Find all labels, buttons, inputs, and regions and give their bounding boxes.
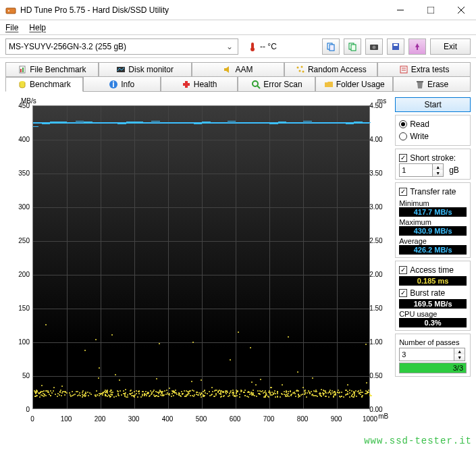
app-icon (5, 5, 16, 16)
y-left-tick: 400 (5, 136, 30, 143)
burst-rate-checkbox[interactable]: ✓ (399, 289, 407, 297)
svg-line-34 (257, 86, 260, 88)
svg-point-21 (296, 67, 298, 69)
tab-file-benchmark[interactable]: File Benchmark (5, 62, 99, 77)
health-icon (182, 80, 191, 89)
short-stroke-checkbox[interactable]: ✓ (399, 154, 407, 162)
maximum-value: 430.9 MB/s (399, 226, 467, 236)
copy-screenshot-button[interactable] (344, 38, 361, 55)
y-left-tick: 200 (5, 271, 30, 278)
burst-rate-value: 169.5 MB/s (399, 299, 467, 309)
svg-point-22 (300, 66, 302, 68)
y-left-tick: 350 (5, 169, 30, 177)
x-tick: 1000 (363, 415, 377, 423)
window-title: HD Tune Pro 5.75 - Hard Disk/SSD Utility (20, 5, 385, 15)
toolbar: MS-YSUYV-256GN-3.2 (255 gB) ⌄ -- °C Exit (0, 35, 476, 58)
menu-help[interactable]: Help (29, 23, 46, 32)
average-value: 426.2 MB/s (399, 245, 467, 255)
x-tick: 800 (297, 415, 309, 423)
y-right-tick: 3.00 (369, 203, 390, 211)
chevron-down-icon: ⌄ (224, 42, 235, 51)
tab-folder-usage[interactable]: Folder Usage (315, 77, 393, 92)
minimum-value: 417.7 MB/s (399, 207, 467, 217)
tab-info[interactable]: iInfo (83, 77, 161, 92)
read-radio[interactable] (399, 120, 407, 128)
y-right-tick: 3.50 (369, 169, 390, 177)
chart-container: MB/s ms mB 0501001502002503003504004500.… (5, 97, 390, 428)
device-select[interactable]: MS-YSUYV-256GN-3.2 (255 gB) ⌄ (5, 38, 238, 55)
copy-info-button[interactable] (322, 38, 340, 55)
tabs-row-bottom: Benchmark iInfo Health Error Scan Folder… (5, 77, 471, 92)
svg-rect-16 (417, 47, 418, 50)
benchmark-icon (18, 80, 27, 89)
y-right-tick: 4.00 (369, 136, 390, 143)
menu-file[interactable]: File (5, 23, 18, 32)
y-right-tick: 0.50 (369, 372, 390, 379)
svg-point-1 (8, 10, 9, 11)
x-tick: 600 (230, 415, 241, 423)
close-button[interactable] (446, 0, 476, 20)
y-right-tick: 4.50 (369, 102, 390, 109)
tab-error-scan[interactable]: Error Scan (238, 77, 315, 92)
options-button[interactable] (408, 38, 426, 55)
short-stroke-input[interactable] (399, 163, 433, 177)
svg-point-13 (373, 45, 376, 49)
svg-text:i: i (113, 80, 115, 89)
minimum-label: Minimum (399, 199, 467, 207)
y-right-tick: 1.50 (369, 305, 390, 312)
random-access-icon (296, 65, 305, 74)
watermark: www.ssd-tester.it (364, 435, 472, 446)
x-tick: 400 (162, 415, 174, 423)
title-bar: HD Tune Pro 5.75 - Hard Disk/SSD Utility (0, 0, 476, 20)
tab-random-access[interactable]: Random Access (284, 62, 377, 77)
main-area: MB/s ms mB 0501001502002503003504004500.… (0, 92, 476, 433)
tabs-container: File Benchmark Disk monitor AAM Random A… (0, 58, 476, 92)
error-scan-icon (251, 80, 261, 89)
passes-spinner[interactable]: ▲▼ (399, 348, 467, 361)
screenshot-button[interactable] (365, 38, 383, 55)
svg-point-7 (250, 47, 255, 51)
svg-rect-35 (417, 81, 423, 82)
access-burst-group: ✓Access time 0.185 ms ✓Burst rate 169.5 … (395, 261, 471, 331)
tab-health[interactable]: Health (161, 77, 238, 92)
x-tick: 0 (30, 415, 34, 423)
trash-icon (415, 80, 425, 89)
cpu-usage-value: 0.3% (399, 318, 467, 327)
rw-group: Read Write (395, 115, 471, 146)
svg-rect-11 (351, 45, 356, 51)
x-axis-unit: mB (378, 413, 388, 420)
maximize-button[interactable] (415, 0, 446, 20)
menu-bar: File Help (0, 20, 476, 35)
short-stroke-label: Short stroke: (410, 153, 456, 163)
start-button[interactable]: Start (395, 97, 471, 112)
folder-icon (324, 80, 334, 89)
transfer-rate-checkbox[interactable]: ✓ (399, 188, 407, 196)
save-button[interactable] (387, 38, 404, 55)
tab-disk-monitor[interactable]: Disk monitor (99, 62, 192, 77)
passes-label: Number of passes (399, 338, 467, 346)
temperature-display: -- °C (248, 42, 277, 51)
tab-erase[interactable]: Erase (393, 77, 471, 92)
y-left-tick: 0 (5, 406, 30, 413)
tab-aam[interactable]: AAM (192, 62, 285, 77)
tab-extra-tests[interactable]: Extra tests (377, 62, 471, 77)
y-left-tick: 300 (5, 203, 30, 211)
x-tick: 900 (331, 415, 342, 423)
exit-button[interactable]: Exit (430, 38, 471, 55)
svg-point-23 (298, 70, 300, 72)
write-radio[interactable] (399, 132, 407, 140)
benchmark-chart (32, 105, 370, 409)
short-stroke-spinner[interactable]: ▲▼ (399, 163, 444, 177)
svg-rect-9 (329, 45, 334, 51)
access-time-checkbox[interactable]: ✓ (399, 266, 407, 274)
svg-rect-3 (427, 7, 434, 14)
y-right-tick: 2.00 (369, 271, 390, 278)
progress-bar: 3/3 (399, 363, 467, 373)
svg-point-33 (253, 81, 258, 86)
progress-text: 3/3 (453, 363, 463, 373)
y-left-tick: 150 (5, 305, 30, 312)
extra-tests-icon (399, 65, 408, 74)
tab-benchmark[interactable]: Benchmark (5, 77, 83, 92)
passes-input[interactable] (399, 348, 454, 361)
minimize-button[interactable] (385, 0, 415, 20)
